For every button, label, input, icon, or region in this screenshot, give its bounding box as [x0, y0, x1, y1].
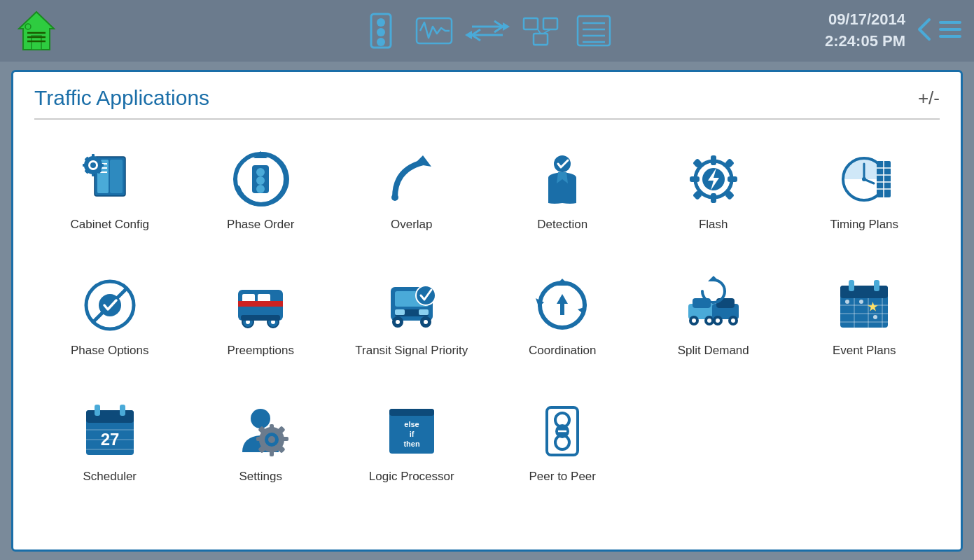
scheduler-label: Scheduler [83, 470, 137, 484]
home-button[interactable] [11, 6, 62, 56]
svg-point-53 [554, 155, 571, 172]
svg-rect-142 [281, 437, 288, 441]
settings-icon [229, 400, 292, 463]
page-title-row: Traffic Applications +/- [34, 86, 940, 110]
svg-point-94 [396, 320, 400, 324]
phase-order-label: Phase Order [227, 218, 294, 232]
timing-plans-icon [833, 148, 896, 211]
svg-rect-140 [270, 449, 274, 456]
app-item-phase-options[interactable]: Phase Options [34, 262, 186, 388]
divider [34, 118, 940, 120]
app-item-flash[interactable]: Flash [638, 136, 789, 262]
main-content: Traffic Applications +/- [11, 70, 963, 552]
event-plans-icon: ★ [833, 274, 896, 337]
svg-rect-132 [120, 405, 125, 416]
datetime-display: 09/17/2014 2:24:05 PM [825, 9, 905, 52]
app-item-logic-processor[interactable]: else if then Logic Processor [336, 388, 487, 514]
signal-nav-icon[interactable] [363, 13, 399, 49]
page-title: Traffic Applications [34, 86, 209, 110]
peer-to-peer-icon [531, 400, 594, 463]
flash-icon [682, 148, 745, 211]
app-item-detection[interactable]: Detection [487, 136, 639, 262]
network-nav-icon[interactable] [522, 13, 559, 49]
svg-point-148 [268, 436, 275, 443]
svg-point-9 [377, 38, 385, 46]
svg-point-36 [90, 162, 96, 168]
svg-rect-57 [690, 176, 700, 182]
svg-rect-86 [241, 315, 280, 321]
app-item-event-plans[interactable]: ★ Event Plans [789, 262, 940, 388]
svg-point-95 [424, 320, 428, 324]
app-item-timing-plans[interactable]: Timing Plans [789, 136, 940, 262]
svg-rect-17 [534, 34, 548, 45]
app-item-preemptions[interactable]: Preemptions [186, 262, 337, 388]
svg-rect-90 [395, 309, 405, 315]
svg-text:else: else [404, 420, 419, 428]
svg-point-96 [416, 286, 436, 305]
overlap-icon [380, 148, 443, 211]
svg-rect-131 [95, 405, 100, 416]
svg-point-127 [859, 300, 863, 304]
svg-rect-117 [849, 280, 854, 291]
svg-rect-37 [92, 154, 95, 158]
app-item-transit-signal-priority[interactable]: Transit Signal Priority [336, 262, 487, 388]
svg-rect-20 [578, 16, 610, 46]
peer-to-peer-label: Peer to Peer [529, 470, 596, 484]
transfer-nav-icon[interactable] [469, 13, 506, 49]
svg-rect-81 [238, 301, 283, 307]
app-item-overlap[interactable]: Overlap [336, 136, 487, 262]
svg-rect-141 [256, 437, 263, 441]
svg-text:★: ★ [868, 301, 878, 313]
settings-label: Settings [239, 470, 282, 484]
transit-signal-priority-icon [380, 274, 443, 337]
app-item-settings[interactable]: Settings [186, 388, 337, 514]
header-right: 09/17/2014 2:24:05 PM [825, 9, 963, 52]
logic-processor-icon: else if then [380, 400, 443, 463]
preemptions-label: Preemptions [228, 344, 294, 358]
svg-point-77 [99, 294, 121, 316]
svg-rect-39 [83, 164, 87, 167]
svg-point-126 [845, 300, 849, 304]
date-display: 09/17/2014 [825, 9, 905, 31]
phase-order-icon [229, 148, 292, 211]
app-item-cabinet-config[interactable]: Cabinet Config [34, 136, 186, 262]
svg-rect-139 [270, 424, 274, 431]
split-demand-icon [682, 274, 745, 337]
svg-rect-15 [524, 18, 538, 29]
svg-point-8 [377, 28, 385, 36]
time-display: 2:24:05 PM [825, 31, 905, 52]
cabinet-config-label: Cabinet Config [71, 218, 149, 232]
list-nav-icon[interactable] [576, 13, 612, 49]
chevron-left-icon[interactable] [914, 17, 933, 45]
app-item-phase-order[interactable]: Phase Order [186, 136, 337, 262]
phase-options-icon [78, 274, 141, 337]
waveform-nav-icon[interactable] [416, 13, 452, 49]
svg-point-49 [256, 185, 265, 193]
svg-point-52 [391, 194, 398, 201]
plus-minus-button[interactable]: +/- [918, 88, 940, 109]
app-item-split-demand[interactable]: Split Demand [638, 262, 789, 388]
svg-rect-91 [419, 309, 429, 315]
preemptions-icon [229, 274, 292, 337]
hamburger-menu-icon[interactable] [938, 17, 963, 45]
svg-point-105 [692, 318, 696, 323]
svg-point-68 [862, 177, 866, 181]
svg-rect-55 [711, 155, 716, 165]
header-nav [363, 13, 612, 49]
svg-point-113 [731, 318, 735, 323]
svg-text:then: then [403, 440, 420, 448]
app-item-coordination[interactable]: Coordination [487, 262, 639, 388]
timing-plans-label: Timing Plans [830, 218, 898, 232]
logic-processor-label: Logic Processor [369, 470, 454, 484]
app-item-scheduler[interactable]: 27 Scheduler [34, 388, 186, 514]
svg-point-111 [716, 318, 720, 323]
svg-rect-58 [728, 176, 737, 182]
svg-rect-30 [110, 160, 123, 193]
svg-rect-118 [874, 280, 879, 291]
svg-text:27: 27 [100, 430, 119, 449]
svg-rect-56 [711, 193, 716, 203]
svg-rect-153 [389, 409, 434, 416]
svg-point-128 [873, 315, 877, 319]
app-item-peer-to-peer[interactable]: Peer to Peer [487, 388, 639, 514]
svg-marker-114 [708, 276, 719, 281]
